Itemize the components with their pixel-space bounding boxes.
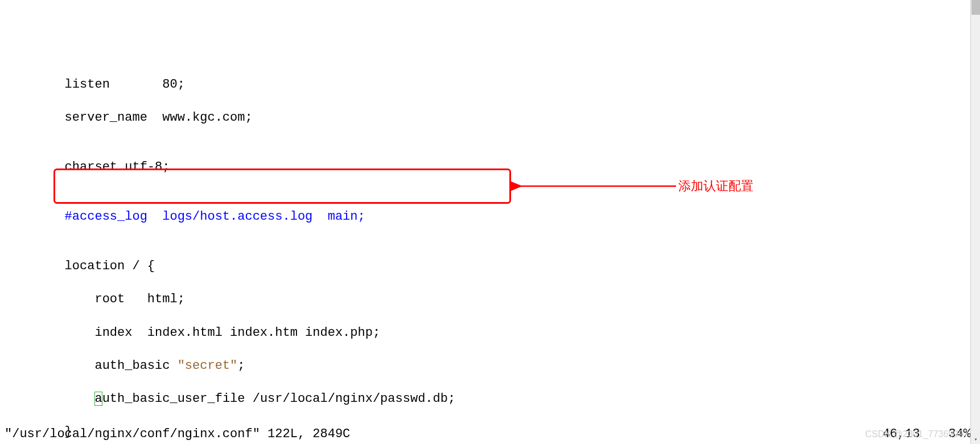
code-text: auth_basic <box>5 359 178 373</box>
code-line: index index.html index.htm index.php; <box>5 324 975 341</box>
code-line: charset utf-8; <box>5 159 975 175</box>
annotation-label: 添加认证配置 <box>678 178 753 195</box>
code-line: listen 80; <box>5 76 975 93</box>
watermark-text: CSDN @2301_77369997 <box>865 429 969 439</box>
scroll-down-icon[interactable]: ▾ <box>971 434 980 444</box>
cursor-position: a <box>94 392 102 406</box>
code-text: uth_basic_user_file /usr/local/nginx/pas… <box>102 392 456 406</box>
code-line-comment: #access_log logs/host.access.log main; <box>5 208 975 225</box>
vim-status-line: "/usr/local/nginx/conf/nginx.conf" 122L,… <box>5 427 975 441</box>
code-line: root html; <box>5 291 975 307</box>
code-line: auth_basic "secret"; <box>5 357 975 374</box>
editor-viewport[interactable]: listen 80; server_name www.kgc.com; char… <box>0 57 980 444</box>
code-string: "secret" <box>178 359 238 373</box>
code-line: server_name www.kgc.com; <box>5 109 975 126</box>
code-text: ; <box>237 359 245 373</box>
vertical-scrollbar[interactable]: ▴ ▾ <box>970 0 980 444</box>
code-text <box>5 392 94 406</box>
code-line: auth_basic_user_file /usr/local/nginx/pa… <box>5 390 975 407</box>
status-file-info: "/usr/local/nginx/conf/nginx.conf" 122L,… <box>5 427 882 441</box>
code-line: location / { <box>5 258 975 274</box>
scrollbar-thumb[interactable] <box>971 0 980 15</box>
